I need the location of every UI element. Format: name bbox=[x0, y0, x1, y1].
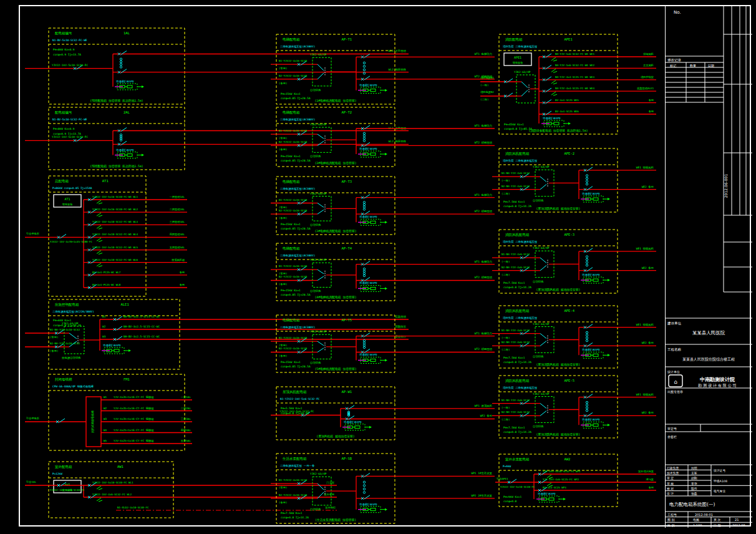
svg-text:Pe=15kW Kx=1: Pe=15kW Kx=1 bbox=[281, 223, 301, 226]
company-logo: ⌂ bbox=[669, 375, 682, 387]
svg-text:四层4AL: 四层4AL bbox=[181, 429, 191, 432]
svg-text:YJV22-1kV-5x10-SC40-FC: YJV22-1kV-5x10-SC40-FC bbox=[500, 485, 535, 488]
sheet-type-label: 图 别 bbox=[667, 518, 675, 522]
stamp-label: 出图专用章 bbox=[667, 390, 683, 394]
svg-text:(二路): (二路) bbox=[502, 418, 510, 421]
svg-text:BV-3x4-PC25-WC WL7: BV-3x4-PC25-WC WL7 bbox=[92, 271, 121, 274]
svg-text:N1-NH-YJV-4x6-SC32: N1-NH-YJV-4x6-SC32 bbox=[502, 253, 530, 256]
svg-text:浪涌保护器SPD: 浪涌保护器SPD bbox=[582, 418, 600, 421]
svg-text:WE2 备用: WE2 备用 bbox=[642, 411, 654, 414]
svg-text:cosφ=0.8 Ij=14.2A: cosφ=0.8 Ij=14.2A bbox=[503, 205, 531, 208]
panel-block-AP-W1: 屋顶风机配电箱AP-W1N1-YJV22-1kV-5x6-SC32-FC(屋顶风… bbox=[271, 387, 495, 440]
svg-text:NH-BV-3x2.5-SC15-CC·WC: NH-BV-3x2.5-SC15-CC·WC bbox=[124, 325, 160, 328]
svg-text:消防风机配电箱: 消防风机配电箱 bbox=[505, 152, 530, 156]
svg-text:五层5AL: 五层5AL bbox=[181, 439, 191, 442]
svg-text:cosφ=0.85 Ij=28.5A: cosφ=0.85 Ij=28.5A bbox=[281, 159, 311, 162]
scale-label: 比 例 bbox=[667, 523, 675, 528]
svg-text:Pe=6kW Kx=1: Pe=6kW Kx=1 bbox=[53, 319, 71, 322]
company-name-1: 中南勘测设计院 bbox=[700, 377, 735, 382]
svg-text:落地安装: 落地安装 bbox=[513, 61, 523, 64]
svg-text:自动切换: 自动切换 bbox=[310, 508, 321, 511]
side-drawing-code: 2012.06-001 bbox=[724, 174, 728, 198]
svg-text:YJV-4x25+1x16-CT-FC 插接箱: YJV-4x25+1x16-CT-FC 插接箱 bbox=[114, 439, 154, 443]
svg-text:W5: W5 bbox=[104, 439, 107, 442]
panel-block-AW2: 室外水泵配电箱AW2P=9kWYJV-1kV-5x10-SC32-FC WP1室… bbox=[495, 454, 656, 507]
svg-text:门卫室: 门卫室 bbox=[326, 481, 334, 484]
svg-text:YJK2-63/4P: YJK2-63/4P bbox=[533, 246, 550, 250]
svg-text:消防负荷 二路电源末端互投: 消防负荷 二路电源末端互投 bbox=[503, 386, 538, 389]
owner-name: 某某县人民医院 bbox=[692, 330, 725, 336]
svg-text:W2: W2 bbox=[102, 325, 106, 328]
svg-text:YJK2-63/4P: YJK2-63/4P bbox=[310, 123, 327, 126]
svg-text:(常用): (常用) bbox=[279, 344, 287, 347]
svg-text:N2-NH-YJV-4x6-SC32: N2-NH-YJV-4x6-SC32 bbox=[502, 410, 530, 414]
sig-right-2: 电气专业 bbox=[714, 490, 725, 493]
svg-text:WT1 电梯动力: WT1 电梯动力 bbox=[475, 193, 492, 197]
panel-block-AP-SB: 生活水泵配电箱AP-SB二路电源末端互投 一用一备(生活水泵房配电箱 挂墙明装)… bbox=[271, 454, 495, 523]
svg-text:YJV-4x25+1x16-CT-FC 插接箱: YJV-4x25+1x16-CT-FC 插接箱 bbox=[114, 429, 154, 432]
svg-text:Pe=5.5kW Kx=1: Pe=5.5kW Kx=1 bbox=[281, 407, 303, 410]
svg-text:(4#电梯机房配电箱 挂墙明装): (4#电梯机房配电箱 挂墙明装) bbox=[314, 295, 356, 299]
svg-text:WT1 电梯动力: WT1 电梯动力 bbox=[475, 260, 492, 263]
svg-text:(二路): (二路) bbox=[502, 273, 510, 276]
svg-text:应急照明ALE1: 应急照明ALE1 bbox=[637, 87, 654, 90]
svg-text:N1-YJV22-4x16-SC40: N1-YJV22-4x16-SC40 bbox=[279, 59, 308, 62]
svg-text:自动切换: 自动切换 bbox=[533, 425, 544, 428]
svg-text:(备用): (备用) bbox=[279, 148, 287, 151]
svg-text:落地安装: 落地安装 bbox=[62, 203, 73, 206]
svg-text:YJK2-63/4P: YJK2-63/4P bbox=[310, 330, 327, 333]
svg-text:封闭母线槽: 封闭母线槽 bbox=[55, 377, 72, 382]
svg-text:WE2 备用: WE2 备用 bbox=[642, 185, 654, 188]
svg-text:(备用): (备用) bbox=[279, 82, 287, 85]
svg-text:APE-4: APE-4 bbox=[565, 309, 575, 313]
svg-text:YJV22-1kV-4x70+1x35-SC80-FC: YJV22-1kV-4x70+1x35-SC80-FC bbox=[50, 240, 93, 243]
svg-text:电梯配电箱: 电梯配电箱 bbox=[283, 318, 300, 323]
panel-block-ALE1: 应急照明配电箱ALE1二路电源末端互投(AC220/380V)N1-NH-YJV… bbox=[25, 299, 409, 369]
svg-text:Pe=45kW Kx=1: Pe=45kW Kx=1 bbox=[504, 123, 524, 126]
svg-text:电梯配电箱: 电梯配电箱 bbox=[283, 37, 300, 42]
cad-viewport[interactable]: 配电箱编号1ALN1-BV-5x10-SC32-FC·WE(照明配电箱 挂墙明装… bbox=[0, 0, 756, 534]
svg-text:消防电源N2: 消防电源N2 bbox=[480, 90, 494, 94]
svg-text:Pe=8kW Kx=0.9: Pe=8kW Kx=0.9 bbox=[53, 127, 75, 130]
svg-text:YJK2-63/4P: YJK2-63/4P bbox=[310, 53, 327, 56]
panel-block-AP-T1: 电梯配电箱AP-T1二路电源末端互投(AC380V)(1#电梯机房配电箱 挂墙明… bbox=[271, 34, 495, 104]
svg-text:浪涌保护器SPD: 浪涌保护器SPD bbox=[359, 215, 377, 218]
sig-label-5: 设 计 bbox=[666, 492, 674, 495]
date-label: 日 期 bbox=[714, 523, 721, 528]
date-value: 2012.08 bbox=[732, 523, 745, 527]
panel-block-APE-5: 消防风机配电箱APE-5消防负荷 二路电源末端互投(屋顶消防风机箱 就地挂墙安装… bbox=[492, 376, 656, 438]
svg-text:WL2 插座回路: WL2 插座回路 bbox=[389, 140, 407, 143]
countersign-label: 会签栏 bbox=[667, 435, 677, 439]
svg-text:Pe=15kW Kx=1: Pe=15kW Kx=1 bbox=[281, 155, 301, 158]
owner-label: 建设单位 bbox=[667, 321, 682, 326]
svg-text:消防控制室: 消防控制室 bbox=[641, 75, 654, 79]
svg-text:APE1: APE1 bbox=[514, 56, 521, 59]
svg-text:YJV22-1kV-5x10-SC40-FC: YJV22-1kV-5x10-SC40-FC bbox=[50, 488, 85, 492]
svg-text:YJV-4x35+1x16-CT-FC 插接箱: YJV-4x35+1x16-CT-FC 插接箱 bbox=[114, 417, 154, 421]
svg-text:配电箱编号: 配电箱编号 bbox=[55, 110, 72, 115]
schematic-canvas[interactable]: 配电箱编号1ALN1-BV-5x10-SC32-FC·WE(照明配电箱 挂墙明装… bbox=[0, 0, 756, 534]
svg-text:YJK2-63/4P: YJK2-63/4P bbox=[533, 323, 550, 326]
svg-text:生活水泵配电箱: 生活水泵配电箱 bbox=[283, 457, 307, 461]
svg-text:N1-YJV22-1kV-5x6-SC32-FC: N1-YJV22-1kV-5x6-SC32-FC bbox=[280, 397, 320, 400]
svg-text:WT1 电梯动力: WT1 电梯动力 bbox=[475, 332, 492, 335]
svg-text:cosφ=0.85 Ij=28.5A: cosφ=0.85 Ij=28.5A bbox=[281, 97, 311, 100]
svg-text:AP-W1: AP-W1 bbox=[342, 390, 352, 394]
svg-text:(一路): (一路) bbox=[502, 336, 510, 339]
svg-text:WP1 1#生活水泵: WP1 1#生活水泵 bbox=[472, 472, 493, 475]
svg-text:浪涌保护器SPD: 浪涌保护器SPD bbox=[582, 273, 600, 276]
svg-text:NH-YJV-4x4-SC25-FC·WE WE4: NH-YJV-4x4-SC25-FC·WE WE4 bbox=[555, 87, 595, 90]
title-block: No. 2012.06-001 修改记录 标记 数量 日期 建设单位 某某县人民… bbox=[665, 5, 752, 528]
svg-text:二层2AL: 二层2AL bbox=[181, 407, 191, 410]
svg-text:(一路): (一路) bbox=[502, 179, 510, 182]
svg-text:N1-NH-YJV-4x10-SC32: N1-NH-YJV-4x10-SC32 bbox=[50, 328, 80, 331]
panel-block-AP-T3: 电梯配电箱AP-T3二路电源末端互投(AC380V)(3#电梯机房配电箱 挂墙明… bbox=[271, 177, 495, 235]
svg-text:YJV22-1kV-5x10-SC32-FC·WE WL6: YJV22-1kV-5x10-SC32-FC·WE WL6 bbox=[92, 258, 138, 261]
svg-text:N2-NH-YJV-4x6-SC32: N2-NH-YJV-4x6-SC32 bbox=[502, 341, 530, 344]
panel-block-2AL: 配电箱编号2ALN1-BV-5x10-SC32-FC·WE(照明配电箱 挂墙明装… bbox=[25, 107, 409, 170]
proj-no-label: 工程号 bbox=[667, 513, 677, 517]
svg-text:AP-T2: AP-T2 bbox=[342, 110, 352, 114]
svg-text:CFW-3A-400A/4P 插接式母线槽: CFW-3A-400A/4P 插接式母线槽 bbox=[52, 385, 94, 388]
svg-text:N2-YJV22-4x16-SC40: N2-YJV22-4x16-SC40 bbox=[279, 493, 308, 497]
svg-text:总配电箱: 总配电箱 bbox=[54, 179, 69, 183]
